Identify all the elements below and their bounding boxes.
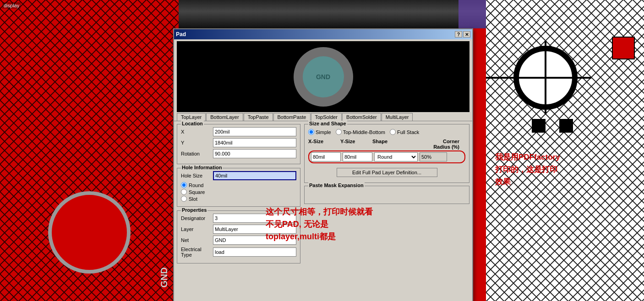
x-label: X — [181, 129, 213, 134]
designator-input[interactable] — [213, 214, 296, 223]
shape-select[interactable]: Round Square Rectangular Octagonal — [374, 152, 418, 161]
square-radio[interactable] — [181, 189, 187, 195]
dialog-titlebar: Pad ? ✕ — [174, 29, 472, 39]
y-label: Y — [181, 140, 213, 145]
corner-header: CornerRadius (%) — [423, 139, 459, 150]
pcb-background-right: 我是用PDFfactory 打印的，这是打印 效果 — [486, 0, 644, 301]
pad-preview-label: GND — [316, 73, 330, 81]
tab-toplayer[interactable]: TopLayer — [177, 113, 206, 121]
net-row: Net — [181, 236, 296, 245]
right-panel: Size and Shape Simple Top-Middle-Bottom … — [304, 124, 469, 266]
crosshair-horizontal — [486, 77, 591, 79]
paste-mask-content — [308, 188, 465, 202]
round-radio-row: Round — [181, 182, 296, 188]
x-input[interactable] — [213, 127, 296, 136]
top-pcb-bar — [179, 0, 486, 28]
xsize-header: X-Size — [308, 139, 340, 150]
size-shape-table-row: Round Square Rectangular Octagonal — [308, 150, 465, 163]
pcb-background-left: GND display — [0, 0, 179, 301]
hole-info-title: Hole Information — [181, 165, 223, 170]
x-row: X — [181, 127, 296, 136]
tab-multilayer[interactable]: MultiLayer — [382, 113, 413, 121]
properties-group: Properties Designator Layer Net Electric… — [177, 210, 300, 263]
full-stack-label: Full Stack — [397, 129, 419, 135]
slot-label: Slot — [189, 196, 197, 202]
location-group-title: Location — [181, 121, 204, 126]
net-input[interactable] — [213, 236, 296, 245]
pcb-component-2 — [559, 119, 573, 133]
ysize-input[interactable] — [343, 152, 372, 161]
pcb-component-1 — [532, 119, 546, 133]
ysize-header: Y-Size — [340, 139, 372, 150]
y-input[interactable] — [213, 138, 296, 147]
pad-dialog: Pad ? ✕ GND TopLayer BottomLayer TopPast… — [173, 28, 473, 301]
slot-radio-row: Slot — [181, 196, 296, 202]
simple-label: Simple — [316, 129, 331, 135]
electrical-type-row: Electrical Type — [181, 247, 296, 258]
round-label: Round — [189, 183, 203, 188]
simple-radio[interactable] — [308, 129, 314, 135]
crosshair-vertical — [545, 41, 546, 114]
size-shape-radios: Simple Top-Middle-Bottom Full Stack — [308, 129, 465, 135]
hole-size-row: Hole Size — [181, 171, 296, 180]
display-label: display — [2, 2, 21, 9]
layer-label: Layer — [181, 226, 213, 232]
electrical-type-label: Electrical Type — [181, 247, 213, 258]
properties-title: Properties — [181, 207, 207, 213]
slot-radio[interactable] — [181, 196, 187, 202]
size-shape-group: Size and Shape Simple Top-Middle-Bottom … — [304, 124, 469, 183]
rotation-label: Rotation — [181, 151, 213, 156]
pad-inner-circle: GND — [303, 56, 344, 97]
rotation-input[interactable] — [213, 149, 296, 158]
designator-row: Designator — [181, 214, 296, 223]
electrical-type-input[interactable] — [213, 247, 296, 257]
tab-toppaste[interactable]: TopPaste — [244, 113, 273, 121]
dialog-title: Pad — [176, 31, 186, 38]
gnd-label: GND — [158, 267, 169, 287]
paste-mask-group: Paste Mask Expansion — [304, 186, 469, 204]
net-label: Net — [181, 237, 213, 243]
preview-area: GND — [177, 41, 469, 112]
size-shape-table-header: X-Size Y-Size Shape CornerRadius (%) — [308, 139, 465, 150]
simple-radio-opt: Simple — [308, 129, 331, 135]
square-radio-row: Square — [181, 189, 296, 195]
pcb-component-3 — [612, 37, 635, 59]
close-button[interactable]: ✕ — [463, 31, 470, 38]
top-middle-bottom-label: Top-Middle-Bottom — [343, 129, 385, 135]
tab-bar: TopLayer BottomLayer TopPaste BottomPast… — [174, 113, 472, 121]
hole-info-group: Hole Information Hole Size Round Square … — [177, 168, 300, 207]
tab-bottomlayer[interactable]: BottomLayer — [206, 113, 243, 121]
rotation-row: Rotation — [181, 149, 296, 158]
xsize-input[interactable] — [311, 152, 341, 161]
tab-topsolder[interactable]: TopSolder — [311, 113, 342, 121]
gnd-circle — [48, 191, 131, 274]
tab-bottompaste[interactable]: BottomPaste — [273, 113, 311, 121]
shape-header: Shape — [372, 139, 423, 150]
location-group: Location X Y Rotation — [177, 124, 300, 164]
hole-size-input[interactable] — [213, 171, 296, 180]
top-middle-bottom-radio-opt: Top-Middle-Bottom — [336, 129, 385, 135]
pcb-annotation: 我是用PDFfactory 打印的，这是打印 效果 — [495, 151, 560, 188]
full-stack-radio[interactable] — [390, 129, 396, 135]
help-button[interactable]: ? — [455, 31, 462, 38]
full-stack-radio-opt: Full Stack — [390, 129, 419, 135]
y-row: Y — [181, 138, 296, 147]
square-label: Square — [189, 189, 205, 195]
dialog-body: Location X Y Rotation Hole Information — [174, 121, 472, 269]
title-buttons: ? ✕ — [455, 31, 470, 38]
paste-mask-title: Paste Mask Expansion — [308, 183, 365, 188]
layer-row: Layer — [181, 225, 296, 234]
hole-size-label: Hole Size — [181, 173, 213, 178]
top-middle-bottom-radio[interactable] — [336, 129, 342, 135]
round-radio[interactable] — [181, 182, 187, 188]
size-shape-title: Size and Shape — [308, 121, 347, 126]
edit-full-pad-button[interactable]: Edit Full Pad Layer Definition... — [337, 168, 437, 177]
corner-radius-input[interactable] — [420, 152, 447, 161]
designator-label: Designator — [181, 215, 213, 221]
tab-bottomsolder[interactable]: BottomSolder — [342, 113, 381, 121]
layer-input[interactable] — [213, 225, 296, 234]
left-panel: Location X Y Rotation Hole Information — [177, 124, 300, 266]
